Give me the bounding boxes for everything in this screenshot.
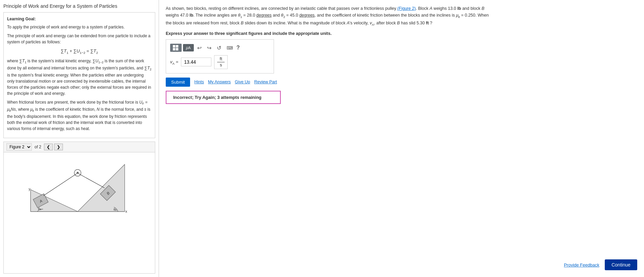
math-equation: ∑T1 + ∑U1−2 = ∑T2 [7,48,152,55]
undo-btn[interactable]: ↩ [195,44,204,52]
figure2-link[interactable]: (Figure 2) [397,6,416,11]
figure-of-label: of 2 [34,145,41,149]
action-row: Submit Hints My Answers Give Up Review P… [166,78,637,87]
figure-toolbar: Figure 2 Figure 1 of 2 ❮ ❯ [4,142,155,152]
page-title: Principle of Work and Energy for a Syste… [3,3,155,9]
svg-rect-17 [176,45,178,47]
figure-next-btn[interactable]: ❯ [54,144,63,150]
learning-goal-box: Learning Goal: To apply the principle of… [3,12,155,138]
variable-label: vA = [170,59,178,65]
keyboard-btn[interactable]: ⌨ [225,45,235,51]
svg-text:θ₁: θ₁ [38,207,41,210]
learning-goal-p3: where ∑T1 is the system's initial kineti… [7,58,152,97]
refresh-btn[interactable]: ↺ [215,44,223,52]
redo-btn[interactable]: ↪ [205,44,213,52]
figure-panel: Figure 2 Figure 1 of 2 ❮ ❯ y x [3,142,155,274]
incorrect-banner: Incorrect; Try Again; 3 attempts remaini… [166,91,281,104]
unit-numerator: ft [217,56,225,62]
learning-goal-p2: The principle of work and energy can be … [7,33,152,45]
svg-rect-18 [173,48,175,50]
svg-text:y: y [29,187,31,191]
unit-box: ft s [214,55,228,69]
continue-btn[interactable]: Continue [605,259,637,270]
svg-rect-16 [173,45,175,47]
answer-toolbar: μA ↩ ↪ ↺ ⌨ ? [170,44,270,52]
svg-line-14 [43,173,77,196]
give-up-btn[interactable]: Give Up [235,80,250,84]
mu-btn[interactable]: μA [183,44,194,51]
problem-text: As shown, two blocks, resting on differe… [166,5,490,27]
grid-btn[interactable] [170,44,182,52]
help-btn[interactable]: ? [236,45,240,51]
input-row: vA = ft s [170,55,270,69]
express-instruction: Express your answer to three significant… [166,31,637,36]
provide-feedback-btn[interactable]: Provide Feedback [564,262,599,268]
figure-select[interactable]: Figure 2 Figure 1 [6,143,32,151]
hints-btn[interactable]: Hints [194,80,204,84]
figure-canvas: y x A θ₁ [4,152,155,273]
svg-rect-19 [176,48,178,50]
bottom-actions: Provide Feedback Continue [564,259,637,270]
learning-goal-p1: To apply the principle of work and energ… [7,24,152,30]
unit-denominator: s [217,62,225,68]
svg-line-15 [78,173,105,188]
learning-goal-title: Learning Goal: [7,16,152,22]
svg-text:θ₂: θ₂ [114,207,117,211]
svg-text:x: x [125,209,128,213]
figure-svg: y x A θ₁ [4,152,155,227]
my-answers-btn[interactable]: My Answers [208,80,231,84]
svg-marker-8 [78,164,125,211]
figure-prev-btn[interactable]: ❮ [44,144,53,150]
learning-goal-p4: When frictional forces are present, the … [7,99,152,132]
review-part-btn[interactable]: Review Part [254,80,277,84]
answer-input[interactable] [181,58,211,66]
answer-box: μA ↩ ↪ ↺ ⌨ ? vA = ft s [166,39,274,73]
submit-btn[interactable]: Submit [166,78,190,87]
